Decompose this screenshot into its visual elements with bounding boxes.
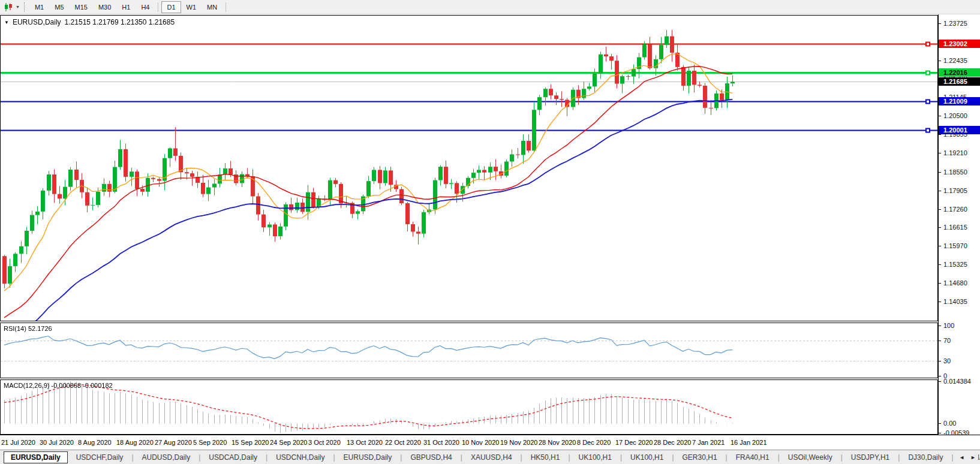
chart-tool-icon[interactable] xyxy=(4,3,13,11)
chart-tabs: EURUSD,DailyUSDCHF,Daily|AUDUSD,Daily|US… xyxy=(4,451,980,463)
chart-tab-uk100-h1[interactable]: UK100,H1 xyxy=(623,451,671,463)
price-level-badge[interactable]: 1.21009 xyxy=(939,97,980,106)
tab-scroll-left-icon[interactable]: ◄ xyxy=(959,454,964,460)
chart-tab-eurusd-daily[interactable]: EURUSD,Daily xyxy=(4,451,68,463)
timeframe-button-d1[interactable]: D1 xyxy=(161,1,181,13)
date-axis-label: 24 Sep 2020 xyxy=(270,439,307,446)
chart-tab-usdcad-daily[interactable]: USDCAD,Daily xyxy=(201,451,265,463)
date-axis-label: 5 Sep 2020 xyxy=(193,439,227,446)
date-axis: 21 Jul 202030 Jul 20208 Aug 202018 Aug 2… xyxy=(0,435,980,450)
date-axis-label: 19 Nov 2020 xyxy=(500,439,537,446)
tab-separator: | xyxy=(461,453,462,462)
chart-tab-usdjpy-h1[interactable]: USDJPY,H1 xyxy=(843,451,897,463)
rsi-label: RSI(14) 52.1726 xyxy=(4,325,52,332)
date-axis-label: 28 Nov 2020 xyxy=(539,439,576,446)
macd-indicator-panel: MACD(12,26,9) -0.000868 -0.000182 xyxy=(0,379,938,435)
price-level-badge[interactable]: 1.22016 xyxy=(939,68,980,77)
tab-separator: | xyxy=(400,453,402,462)
date-axis-label: 7 Jan 2021 xyxy=(692,439,725,446)
chart-symbol-period: EURUSD,Daily xyxy=(13,18,61,26)
macd-axis-tick-zero: 0.00 xyxy=(939,420,980,427)
date-axis-label: 8 Dec 2020 xyxy=(577,439,611,446)
tab-scroll-right-icon[interactable]: ► xyxy=(970,454,976,460)
tab-separator: | xyxy=(778,453,780,462)
tab-separator: | xyxy=(568,453,570,462)
date-axis-label: 3 Oct 2020 xyxy=(308,439,341,446)
timeframe-button-m30[interactable]: M30 xyxy=(93,1,116,13)
chart-tab-fra40-h1[interactable]: FRA40,H1 xyxy=(728,451,777,463)
chart-tab-uk100-h1[interactable]: UK100,H1 xyxy=(571,451,620,463)
price-axis: 1.237251.224351.217901.211451.205001.198… xyxy=(938,14,980,435)
toolbar-dropdown-icon[interactable]: ▼ xyxy=(16,5,20,9)
tab-separator: | xyxy=(951,453,953,462)
timeframe-buttons: M1M5M15M30H1H4D1W1MN xyxy=(29,1,229,13)
chart-tab-eurusd-daily[interactable]: EURUSD,Daily xyxy=(336,451,400,463)
rsi-axis-tick: 70 xyxy=(939,337,980,344)
chart-title: ▼ EURUSD,Daily 1.21515 1.21769 1.21350 1… xyxy=(4,18,175,26)
timeframe-button-mn[interactable]: MN xyxy=(202,1,223,13)
date-axis-label: 30 Jul 2020 xyxy=(40,439,74,446)
price-level-badge[interactable]: 1.20001 xyxy=(939,126,980,134)
price-axis-tick: 1.14680 xyxy=(939,279,980,287)
chart-tab-dj30-daily[interactable]: DJ30,Daily xyxy=(900,451,951,463)
timeframe-button-m15[interactable]: M15 xyxy=(70,1,93,13)
price-axis-tick: 1.17260 xyxy=(939,206,980,213)
date-axis-label: 13 Oct 2020 xyxy=(347,439,383,446)
tab-separator: | xyxy=(266,453,267,462)
price-axis-tick: 1.22435 xyxy=(939,57,980,64)
chart-tab-gbpusd-h4[interactable]: GBPUSD,H4 xyxy=(402,451,459,463)
chart-tab-usoil-weekly[interactable]: USOil,Weekly xyxy=(780,451,840,463)
date-axis-label: 8 Aug 2020 xyxy=(78,439,112,446)
tab-separator: | xyxy=(841,453,843,462)
collapse-icon[interactable]: ▼ xyxy=(4,20,9,25)
chart-tab-hk50-h1[interactable]: HK50,H1 xyxy=(523,451,568,463)
timeframe-button-w1[interactable]: W1 xyxy=(181,1,202,13)
toolbar-grip-handle[interactable] xyxy=(24,2,25,12)
chart-tab-ger30-h1[interactable]: GER30,H1 xyxy=(675,451,725,463)
timeframe-button-m1[interactable]: M1 xyxy=(29,1,49,13)
trading-platform-window: ▼ M1M5M15M30H1H4D1W1MN ▼ EURUSD,Daily 1.… xyxy=(0,0,980,464)
date-axis-label: 28 Dec 2020 xyxy=(654,439,691,446)
rsi-indicator-panel: RSI(14) 52.1726 xyxy=(0,323,938,378)
chart-tab-bar: EURUSD,DailyUSDCHF,Daily|AUDUSD,Daily|US… xyxy=(0,450,980,464)
tab-scroll-arrows: ◄ ► xyxy=(957,450,978,464)
timeframe-button-m5[interactable]: M5 xyxy=(49,1,69,13)
price-axis-tick: 1.15325 xyxy=(939,261,980,268)
macd-axis-tick-max: 0.014384 xyxy=(939,378,980,385)
current-price-badge: 1.21685 xyxy=(939,77,980,86)
price-axis-tick: 1.20500 xyxy=(939,112,980,119)
date-axis-label: 17 Dec 2020 xyxy=(615,439,653,446)
macd-label: MACD(12,26,9) -0.000868 -0.000182 xyxy=(4,382,113,389)
tab-separator: | xyxy=(672,453,674,462)
date-axis-label: 27 Aug 2020 xyxy=(155,439,192,446)
date-axis-label: 16 Jan 2021 xyxy=(731,439,767,446)
macd-canvas[interactable] xyxy=(1,380,937,434)
chart-ohlc-values: 1.21515 1.21769 1.21350 1.21685 xyxy=(65,18,175,26)
date-axis-label: 18 Aug 2020 xyxy=(116,439,154,446)
date-axis-label: 21 Jul 2020 xyxy=(1,439,35,446)
price-axis-tick: 1.14035 xyxy=(939,298,980,305)
chart-tab-audusd-daily[interactable]: AUDUSD,Daily xyxy=(134,451,199,463)
tab-separator: | xyxy=(620,453,622,462)
chart-tab-xauusd-h4[interactable]: XAUUSD,H4 xyxy=(463,451,520,463)
price-axis-tick: 1.17905 xyxy=(939,187,980,194)
tab-separator: | xyxy=(199,453,200,462)
timeframe-toolbar: ▼ M1M5M15M30H1H4D1W1MN xyxy=(0,0,980,14)
rsi-canvas[interactable] xyxy=(1,323,937,378)
tab-separator: | xyxy=(333,453,335,462)
price-axis-tick: 1.16615 xyxy=(939,224,980,231)
timeframe-button-h1[interactable]: H1 xyxy=(116,1,136,13)
toolbar-separator xyxy=(158,2,158,12)
timeframe-button-h4[interactable]: H4 xyxy=(136,1,155,13)
tab-separator: | xyxy=(726,453,728,462)
date-axis-label: 15 Sep 2020 xyxy=(232,439,269,446)
tab-separator: | xyxy=(898,453,900,462)
tab-separator: | xyxy=(521,453,522,462)
price-axis-tick: 1.18550 xyxy=(939,168,980,176)
chart-tab-usdchf-daily[interactable]: USDCHF,Daily xyxy=(68,451,131,463)
main-chart-canvas[interactable] xyxy=(1,16,937,321)
price-axis-tick: 1.23725 xyxy=(939,20,980,27)
chart-tab-usdcnh-daily[interactable]: USDCNH,Daily xyxy=(268,451,332,463)
main-chart-panel: ▼ EURUSD,Daily 1.21515 1.21769 1.21350 1… xyxy=(0,15,938,321)
price-level-badge[interactable]: 1.23002 xyxy=(939,40,980,48)
